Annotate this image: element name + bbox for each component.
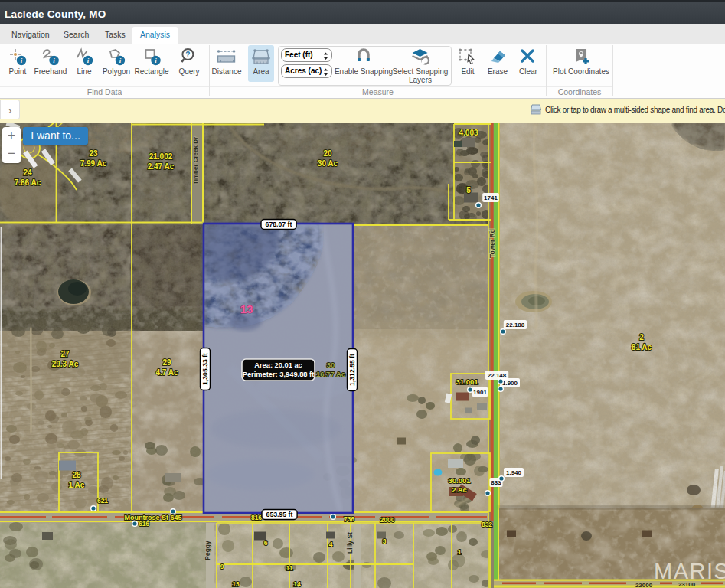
svg-text:Tower Rd: Tower Rd: [488, 229, 496, 258]
svg-text:24: 24: [23, 168, 32, 177]
svg-text:81 Ac: 81 Ac: [632, 343, 652, 351]
svg-text:29.3 Ac: 29.3 Ac: [52, 360, 79, 368]
svg-text:9: 9: [220, 563, 224, 570]
svg-text:Perimeter: 3,949.88 ft: Perimeter: 3,949.88 ft: [243, 371, 315, 378]
svg-text:22.148: 22.148: [488, 372, 507, 379]
svg-text:616: 616: [139, 520, 149, 528]
svg-text:832: 832: [482, 521, 492, 528]
svg-text:1.900: 1.900: [502, 380, 518, 387]
svg-text:653.95 ft: 653.95 ft: [266, 511, 293, 518]
svg-text:1 Ac: 1 Ac: [69, 481, 85, 489]
svg-text:816: 816: [251, 514, 262, 521]
svg-text:23: 23: [89, 149, 98, 158]
svg-text:Area: 20.01 ac: Area: 20.01 ac: [254, 361, 302, 369]
svg-text:?: ?: [185, 51, 190, 59]
svg-text:30 Ac: 30 Ac: [318, 159, 338, 168]
svg-text:22.188: 22.188: [506, 322, 525, 328]
svg-text:1: 1: [458, 548, 462, 556]
svg-text:16.77 Ac: 16.77 Ac: [316, 370, 345, 378]
svg-text:2.47 Ac: 2.47 Ac: [148, 162, 175, 171]
svg-text:7.86 Ac: 7.86 Ac: [15, 178, 41, 187]
svg-text:11: 11: [286, 564, 293, 572]
svg-text:30.001: 30.001: [448, 476, 471, 485]
svg-text:678.07 ft: 678.07 ft: [266, 220, 292, 228]
svg-text:2: 2: [639, 333, 644, 341]
svg-text:4.7 Ac: 4.7 Ac: [155, 368, 178, 377]
svg-text:736: 736: [344, 515, 354, 523]
svg-text:5: 5: [466, 186, 471, 194]
svg-text:14: 14: [293, 580, 301, 588]
svg-text:31.001: 31.001: [456, 377, 478, 386]
svg-text:21.002: 21.002: [149, 152, 173, 161]
svg-text:2 Ac: 2 Ac: [452, 485, 467, 494]
svg-text:13: 13: [232, 580, 240, 588]
svg-text:7.99 Ac: 7.99 Ac: [80, 159, 107, 168]
svg-text:28: 28: [72, 471, 81, 479]
svg-text:6: 6: [264, 539, 268, 547]
svg-text:1741: 1741: [484, 194, 498, 201]
svg-text:13: 13: [240, 302, 253, 315]
svg-text:30: 30: [327, 361, 335, 369]
svg-text:Mountrose St 645: Mountrose St 645: [124, 514, 181, 521]
svg-text:29: 29: [162, 358, 171, 367]
svg-text:Lilly St: Lilly St: [346, 532, 354, 554]
svg-text:3: 3: [383, 537, 387, 545]
svg-text:1,305.33 ft: 1,305.33 ft: [201, 353, 209, 385]
svg-text:621: 621: [97, 497, 108, 505]
svg-text:27: 27: [60, 350, 70, 358]
svg-text:2000: 2000: [380, 516, 395, 524]
svg-text:Timber Creek Dr: Timber Creek Dr: [192, 137, 199, 185]
svg-text:1.940: 1.940: [506, 469, 522, 476]
svg-text:22000: 22000: [635, 582, 653, 588]
svg-text:4: 4: [329, 541, 333, 548]
svg-text:4.003: 4.003: [459, 129, 478, 137]
svg-text:Peggy: Peggy: [204, 541, 211, 560]
svg-text:20: 20: [323, 149, 332, 158]
svg-text:MARIS: MARIS: [654, 559, 725, 583]
svg-text:1901: 1901: [473, 389, 487, 396]
svg-text:1,312.55 ft: 1,312.55 ft: [348, 354, 356, 386]
